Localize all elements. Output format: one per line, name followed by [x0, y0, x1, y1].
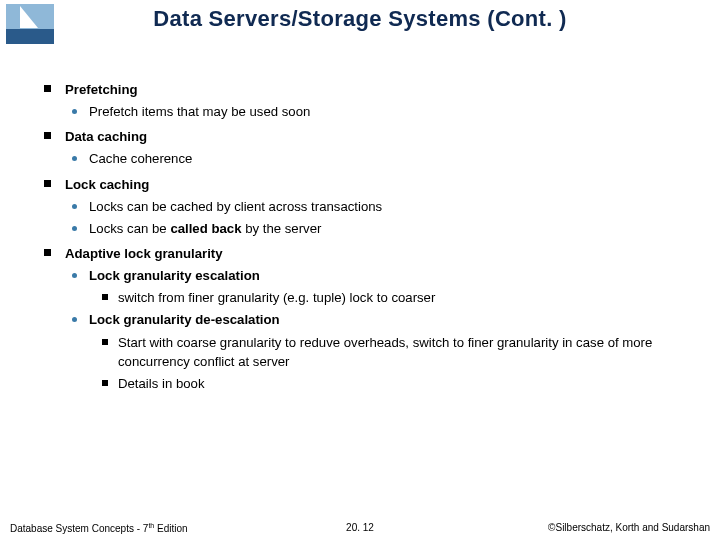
dot-icon [72, 109, 77, 114]
square-bullet-icon [44, 180, 51, 187]
square-bullet-icon [102, 339, 108, 345]
bullet-head: Adaptive lock granularity [65, 244, 223, 263]
bullet-head: Prefetching [65, 80, 138, 99]
subitem: Prefetch items that may be used soon [72, 102, 690, 121]
subitem: Cache coherence [72, 149, 690, 168]
bullet-text: Locks can be called back by the server [89, 219, 321, 238]
footer-left: Database System Concepts - 7th Edition [10, 522, 188, 534]
footer-page-number: 20. 12 [346, 522, 374, 533]
dot-icon [72, 273, 77, 278]
bullet-adaptive-lock: Adaptive lock granularity Lock granulari… [44, 244, 690, 393]
bullet-text: Details in book [118, 374, 205, 393]
sub-subitem: switch from finer granularity (e.g. tupl… [102, 288, 690, 307]
bullet-text: Cache coherence [89, 149, 192, 168]
square-bullet-icon [44, 249, 51, 256]
square-bullet-icon [102, 380, 108, 386]
bullet-text: Lock granularity escalation [89, 266, 260, 285]
dot-icon [72, 204, 77, 209]
subitem: Locks can be cached by client across tra… [72, 197, 690, 216]
bullet-text: Lock granularity de-escalation [89, 310, 280, 329]
bullet-head: Data caching [65, 127, 147, 146]
dot-icon [72, 317, 77, 322]
bullet-lock-caching: Lock caching Locks can be cached by clie… [44, 175, 690, 238]
dot-icon [72, 226, 77, 231]
bullet-text: Prefetch items that may be used soon [89, 102, 310, 121]
slide-title: Data Servers/Storage Systems (Cont. ) [0, 6, 720, 32]
subitem-deescalation: Lock granularity de-escalation Start wit… [72, 310, 690, 393]
bullet-prefetching: Prefetching Prefetch items that may be u… [44, 80, 690, 121]
slide: Data Servers/Storage Systems (Cont. ) Pr… [0, 0, 720, 540]
bullet-text: switch from finer granularity (e.g. tupl… [118, 288, 435, 307]
bullet-text: Start with coarse granularity to reduve … [118, 333, 690, 371]
square-bullet-icon [102, 294, 108, 300]
subitem-escalation: Lock granularity escalation switch from … [72, 266, 690, 307]
bullet-data-caching: Data caching Cache coherence [44, 127, 690, 168]
dot-icon [72, 156, 77, 161]
subitem: Locks can be called back by the server [72, 219, 690, 238]
square-bullet-icon [44, 132, 51, 139]
bullet-text: Locks can be cached by client across tra… [89, 197, 382, 216]
footer-copyright: ©Silberschatz, Korth and Sudarshan [548, 522, 710, 534]
square-bullet-icon [44, 85, 51, 92]
sub-subitem: Details in book [102, 374, 690, 393]
footer: Database System Concepts - 7th Edition 2… [0, 522, 720, 534]
sub-subitem: Start with coarse granularity to reduve … [102, 333, 690, 371]
bullet-head: Lock caching [65, 175, 149, 194]
content-area: Prefetching Prefetch items that may be u… [44, 80, 690, 399]
